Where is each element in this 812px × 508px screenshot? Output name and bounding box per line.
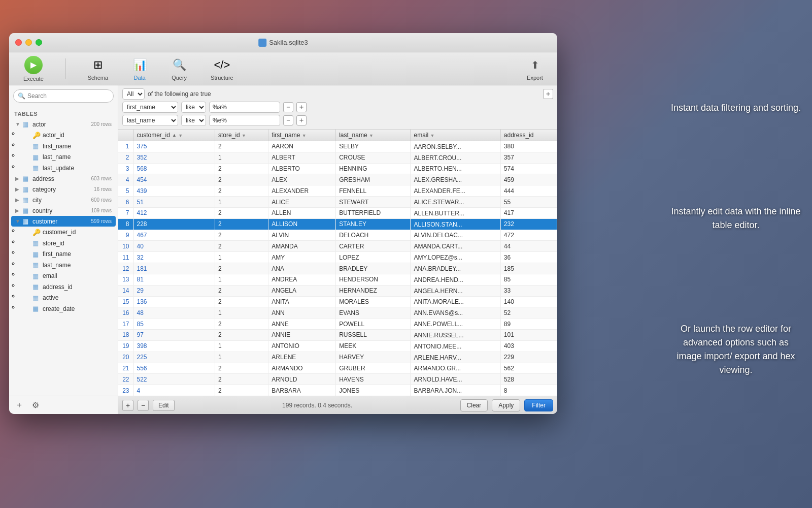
table-row[interactable]: 9 467 2 ALVIN DELOACH ALVIN.DELOAC... 47… [118,230,557,241]
table-row[interactable]: 4 454 2 ALEX GRESHAM ALEX.GRESHA... 459 [118,174,557,185]
filter-arrow-first-name[interactable]: ▼ [302,133,307,138]
cell-last-name[interactable]: CROUSE [336,152,411,163]
cell-last-name[interactable]: GRESHAM [336,174,411,185]
cell-address-id[interactable]: 33 [500,285,557,296]
col-create-date-row[interactable]: ▦ create_date [21,303,116,314]
cell-address-id[interactable]: 44 [500,241,557,252]
clear-filter-button[interactable]: Clear [460,399,488,411]
cell-store-id[interactable]: 1 [215,352,268,363]
th-first-name[interactable]: first_name ▼ [268,130,336,141]
col-last-update-row[interactable]: ▦ last_update [21,163,116,173]
cell-store-id[interactable]: 2 [215,296,268,307]
cell-last-name[interactable]: DELOACH [336,230,411,241]
cell-address-id[interactable]: 185 [500,263,557,274]
cell-customer-id[interactable]: 228 [133,218,215,230]
cell-email[interactable]: BARBARA.JON... [411,385,500,396]
col-address-id-row[interactable]: ▦ address_id [21,281,116,292]
col-active-row[interactable]: ▦ active [21,293,116,303]
query-button[interactable]: 🔍 Query [167,55,191,83]
table-row[interactable]: 23 4 2 BARBARA JONES BARBARA.JON... 8 [118,385,557,396]
cell-first-name[interactable]: ANGELA [268,285,336,296]
structure-button[interactable]: </> Structure [207,55,238,83]
cell-email[interactable]: ALLISON.STAN... [411,218,500,230]
table-row[interactable]: 5 439 2 ALEXANDER FENNELL ALEXANDER.FE..… [118,185,557,197]
cell-customer-id[interactable]: 454 [133,174,215,185]
cell-store-id[interactable]: 2 [215,141,268,152]
address-toggle[interactable]: ▶ [15,176,22,181]
table-row[interactable]: 19 398 1 ANTONIO MEEK ANTONIO.MEE... 403 [118,340,557,352]
cell-last-name[interactable]: LOPEZ [336,252,411,263]
th-customer-id[interactable]: customer_id ▲ ▼ [133,130,215,141]
apply-filter-button[interactable]: Apply [492,399,520,411]
cell-email[interactable]: ALBERTO.HEN... [411,163,500,174]
cell-last-name[interactable]: BRADLEY [336,263,411,274]
cell-store-id[interactable]: 2 [215,207,268,218]
cell-address-id[interactable]: 85 [500,274,557,285]
cell-last-name[interactable]: FENNELL [336,185,411,197]
cell-address-id[interactable]: 417 [500,207,557,218]
cell-email[interactable]: ANITA.MORALE... [411,296,500,307]
cell-first-name[interactable]: ARNOLD [268,374,336,385]
customer-toggle[interactable]: ▼ [15,218,22,224]
cell-last-name[interactable]: HENDERSON [336,274,411,285]
cell-last-name[interactable]: CARTER [336,241,411,252]
cell-first-name[interactable]: AARON [268,141,336,152]
cell-address-id[interactable]: 89 [500,319,557,330]
table-row[interactable]: 16 48 1 ANN EVANS ANN.EVANS@s... 52 [118,307,557,319]
cell-last-name[interactable]: MEEK [336,340,411,352]
cell-store-id[interactable]: 1 [215,252,268,263]
cell-first-name[interactable]: ALICE [268,197,336,208]
maximize-button[interactable] [36,39,42,46]
cell-email[interactable]: ANTONIO.MEE... [411,340,500,352]
filter-add-button[interactable]: ＋ [543,89,553,99]
cell-customer-id[interactable]: 225 [133,352,215,363]
cell-email[interactable]: ARNOLD.HAVE... [411,374,500,385]
cell-email[interactable]: ALEXANDER.FE... [411,185,500,197]
cell-email[interactable]: AMANDA.CART... [411,241,500,252]
cell-address-id[interactable]: 232 [500,218,557,230]
category-toggle[interactable]: ▶ [15,186,22,192]
table-row[interactable]: 2 352 1 ALBERT CROUSE ALBERT.CROU... 357 [118,152,557,163]
table-row[interactable]: 13 81 1 ANDREA HENDERSON ANDREA.HEND... … [118,274,557,285]
cell-customer-id[interactable]: 352 [133,152,215,163]
cell-customer-id[interactable]: 40 [133,241,215,252]
cell-store-id[interactable]: 1 [215,307,268,319]
cell-email[interactable]: ALICE.STEWAR... [411,197,500,208]
cell-address-id[interactable]: 55 [500,197,557,208]
cell-store-id[interactable]: 2 [215,263,268,274]
cell-address-id[interactable]: 528 [500,374,557,385]
cell-first-name[interactable]: ALBERTO [268,163,336,174]
cell-address-id[interactable]: 229 [500,352,557,363]
cell-email[interactable]: AMY.LOPEZ@s... [411,252,500,263]
cell-first-name[interactable]: ANDREA [268,274,336,285]
cell-store-id[interactable]: 2 [215,218,268,230]
schema-button[interactable]: ⊞ Schema [84,55,112,83]
cell-first-name[interactable]: ALLISON [268,218,336,230]
cell-last-name[interactable]: POWELL [336,319,411,330]
cell-email[interactable]: ARLENE.HARV... [411,352,500,363]
cell-email[interactable]: ALEX.GRESHA... [411,174,500,185]
filter-arrow-store-id[interactable]: ▼ [242,133,246,138]
table-row[interactable]: 6 51 1 ALICE STEWART ALICE.STEWAR... 55 [118,197,557,208]
city-row[interactable]: ▶ ▦ city 600 rows [11,195,116,205]
table-row[interactable]: 1 375 2 AARON SELBY AARON.SELBY... 380 [118,141,557,152]
country-toggle[interactable]: ▶ [15,208,22,213]
search-input[interactable] [27,92,109,100]
cell-first-name[interactable]: ANA [268,263,336,274]
export-button[interactable]: ⬆ Export [523,55,547,83]
filter-remove-1[interactable]: － [283,102,293,112]
col-c-first-name-row[interactable]: ▦ first_name [21,249,116,260]
cell-email[interactable]: ANNE.POWELL... [411,319,500,330]
th-last-name[interactable]: last_name ▼ [336,130,411,141]
table-row[interactable]: 22 522 2 ARNOLD HAVENS ARNOLD.HAVE... 52… [118,374,557,385]
filter-add-2[interactable]: ＋ [296,115,307,125]
cell-last-name[interactable]: RUSSELL [336,330,411,341]
filter-value-2[interactable] [209,115,280,126]
cell-store-id[interactable]: 2 [215,241,268,252]
col-last-name-row[interactable]: ▦ last_name [21,152,116,163]
cell-email[interactable]: AARON.SELBY... [411,141,500,152]
cell-last-name[interactable]: JONES [336,385,411,396]
table-row[interactable]: 15 136 2 ANITA MORALES ANITA.MORALE... 1… [118,296,557,307]
cell-store-id[interactable]: 2 [215,374,268,385]
cell-first-name[interactable]: ANITA [268,296,336,307]
